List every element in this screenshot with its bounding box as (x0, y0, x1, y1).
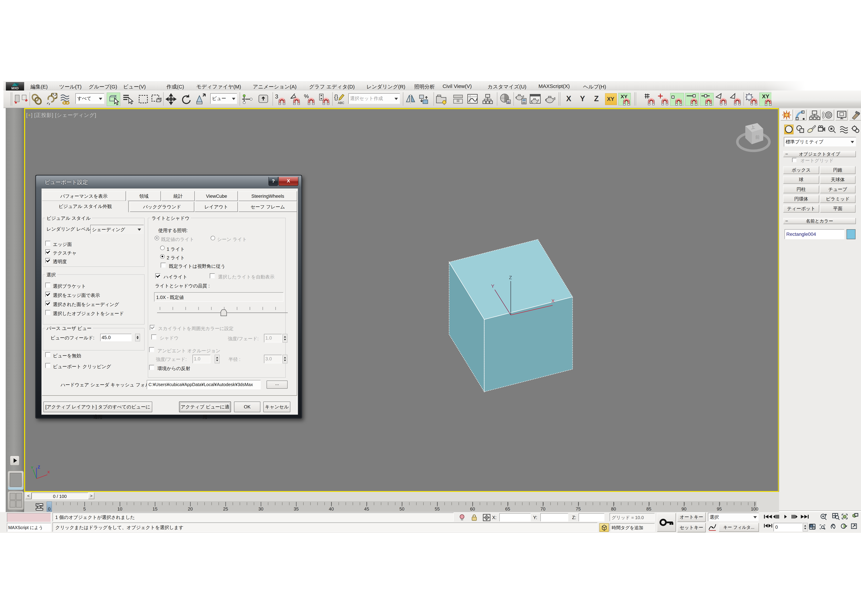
svg-text:3: 3 (275, 93, 278, 100)
svg-text:ABC: ABC (338, 101, 344, 105)
svg-text:{}: {} (334, 93, 338, 101)
svg-text:Y: Y (491, 283, 494, 289)
svg-text:X: X (47, 470, 50, 474)
svg-text:前: 前 (755, 135, 760, 140)
svg-text:Y: Y (31, 465, 33, 470)
svg-text:Z: Z (509, 275, 512, 280)
svg-text:X: X (551, 298, 555, 303)
svg-text:Z: Z (38, 465, 40, 469)
svg-text:%: % (304, 93, 309, 99)
